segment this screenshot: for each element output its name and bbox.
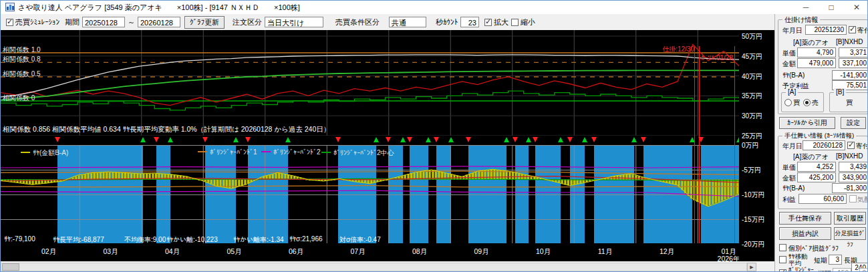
price-axis-label: 25万円 — [742, 132, 762, 141]
entry-amount-a: 479,000 — [797, 58, 836, 68]
entry-marker-icon — [513, 137, 518, 142]
close-amount-b: 343,900 — [839, 172, 868, 182]
legend-dash-icon — [198, 151, 207, 152]
order-type-field[interactable]: 当日大引け — [265, 17, 323, 27]
entry-amount-label: 金額 — [782, 59, 796, 69]
month-label: 10月 — [523, 247, 563, 257]
bb-sigma-label: σ — [853, 269, 857, 272]
entry-unit-b: 3,371 — [839, 47, 868, 57]
side-a-sell-radio[interactable] — [803, 99, 811, 106]
pl-breakdown-button[interactable]: 損益内訳 — [779, 227, 831, 240]
cursor-line[interactable] — [734, 46, 735, 243]
close-open-checkbox[interactable]: ✓ — [847, 142, 855, 149]
cursor-line[interactable] — [694, 46, 695, 243]
condition-label: 売買条件区分 — [335, 17, 380, 27]
exit-marker-icon — [233, 137, 239, 142]
close-date-label: 年月日 — [782, 142, 803, 151]
side-a-buy-radio[interactable] — [784, 99, 792, 106]
saya-stat: ｻﾔσ:21,966 — [289, 235, 323, 243]
exit-marker-icon — [526, 137, 531, 142]
entry-marker-icon — [55, 137, 60, 142]
entry-unit-label: 単価 — [782, 49, 796, 58]
ma-short-input[interactable]: 3 — [829, 255, 842, 265]
entry-date-label: 年月日 — [782, 26, 803, 35]
month-label: 02月 — [29, 247, 69, 257]
horizontal-scrollbar-track[interactable] — [1, 263, 747, 271]
saya-bollinger-plot[interactable] — [1, 145, 739, 243]
legend-dash-icon — [321, 152, 331, 153]
condition-field[interactable]: 共通 — [389, 17, 426, 27]
month-label: 06月 — [276, 247, 316, 257]
trade-history-button[interactable]: 取引履歴 — [834, 212, 866, 225]
kehai-checkbox[interactable] — [849, 195, 857, 202]
cursor-date-annotation: ｶｰｿﾙ:01/28 — [646, 54, 733, 61]
entry-marker-icon — [386, 137, 391, 142]
entry-open-label: 寄付 — [857, 26, 868, 35]
check-icon: ✓ — [7, 17, 13, 26]
saya-axis-label: -20万円 — [742, 240, 764, 249]
close-unit-a: 4,252 — [797, 162, 836, 172]
minute-pl-graph-button[interactable]: 分足損益ｸﾞﾗﾌ — [834, 227, 866, 240]
maximize-button[interactable]: □ — [820, 1, 843, 14]
pair-pl-graph-checkbox[interactable] — [779, 244, 786, 251]
close-open-label: 寄付 — [856, 142, 868, 151]
side-b-group: [B] 買 — [829, 92, 868, 112]
entry-marker-icon — [533, 137, 538, 142]
entry-amount-b: 337,100 — [839, 58, 868, 68]
month-label: 12月 — [647, 247, 687, 257]
saya-axis-label: -5万円 — [742, 166, 761, 175]
month-label: 07月 — [338, 247, 378, 257]
simulation-checkbox[interactable]: ✓ — [6, 19, 13, 26]
period-to-input[interactable]: 20260128 — [138, 17, 180, 27]
bb-period-input[interactable]: 150 — [833, 268, 851, 272]
saya-axis-label: 0万円 — [742, 141, 759, 150]
bb-sigma-input[interactable]: 2 — [859, 268, 868, 272]
close-amount-a: 425,200 — [797, 172, 836, 182]
saya-stat: 不均衡率:9.00 — [124, 235, 166, 245]
saya-ma-checkbox[interactable] — [779, 256, 786, 263]
saya-stat: ｻﾔ長平均:-68,877 — [53, 235, 104, 245]
seccount-field[interactable]: 23 — [460, 17, 479, 27]
cursor-line[interactable] — [699, 46, 700, 243]
entry-marker-icon — [567, 137, 573, 142]
close-info-title: 手仕舞い情報 (ｶｰｿﾙ情報) — [782, 132, 856, 140]
side-a-title: [A] — [786, 88, 798, 96]
bb-period-label: 期間 — [818, 269, 831, 272]
close-button[interactable]: ✕ — [845, 1, 868, 14]
close-date-input[interactable]: 20260128 — [803, 140, 845, 150]
saya-stat: ｻﾔかい離率:-1.34 — [233, 235, 284, 245]
side-a-group: [A] 買 売 — [781, 92, 824, 112]
close-profit-value: 60,600 — [799, 194, 847, 204]
legend-item: ﾎﾞﾘﾝｼﾞｬｰﾊﾞﾝﾄﾞ2中心 — [321, 148, 394, 158]
app-icon — [5, 3, 15, 11]
period-from-input[interactable]: 20250128 — [82, 17, 125, 27]
entry-unit-a: 4,790 — [797, 47, 836, 57]
entry-marker-icon — [154, 137, 159, 142]
horizontal-scrollbar-thumb[interactable] — [2, 263, 19, 271]
entry-date-input[interactable]: 20251230 — [805, 25, 847, 35]
zoom-in-checkbox[interactable]: ✓ — [484, 19, 492, 26]
legend-dash-icon — [21, 152, 30, 153]
minimize-button[interactable]: ─ — [794, 1, 817, 14]
saya-ma-label: ｻﾔ移動平均 — [788, 253, 813, 267]
quote-from-cursor-button[interactable]: ｶｰｿﾙから引用 — [779, 117, 835, 129]
exit-marker-icon — [448, 137, 454, 142]
save-close-button[interactable]: 手仕舞保存 — [779, 212, 831, 225]
corr-guide-label: 相関係数 0.8 — [3, 55, 41, 64]
scroll-right-button[interactable]: ▶ — [747, 263, 756, 271]
saya-axis-label: -10万円 — [742, 190, 764, 200]
settings-button[interactable]: 設定 — [841, 117, 866, 129]
zoom-out-checkbox[interactable] — [511, 19, 519, 26]
month-label: 04月 — [152, 247, 192, 257]
entry-info-group: 仕掛け情報 年月日 20251230 ✓ 寄付 [A]薬のアオ [B]NXHD … — [778, 19, 868, 114]
zoom-in-label: 拡大 — [494, 17, 509, 27]
entry-date-annotation: 仕掛:12/30 — [607, 45, 694, 54]
saya-axis-label: -15万円 — [742, 215, 764, 225]
update-graph-button[interactable]: ｸﾞﾗﾌ更新 — [184, 16, 225, 29]
entry-open-checkbox[interactable]: ✓ — [849, 26, 856, 33]
bollinger1-checkbox[interactable]: ✓ — [779, 269, 786, 272]
entry-saya-label: ｻﾔ(B-A) — [782, 72, 805, 79]
close-amount-label: 金額 — [782, 174, 796, 183]
month-label: 05月 — [214, 247, 255, 257]
close-profit-label: 利益 — [782, 195, 796, 205]
